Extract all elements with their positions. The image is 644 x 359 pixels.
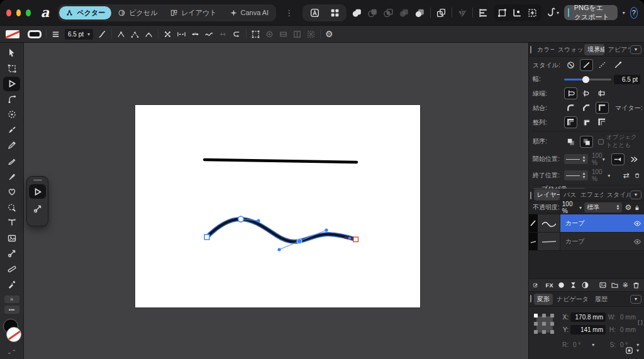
text-tool[interactable] <box>3 216 20 230</box>
join-miter-button[interactable] <box>596 102 609 114</box>
point-transform-tool[interactable] <box>3 246 20 261</box>
pen-tool[interactable] <box>3 123 20 138</box>
selection-marquee-tool[interactable] <box>3 108 20 122</box>
zoom-window-button[interactable] <box>26 9 31 16</box>
layer-row-curve-1[interactable]: カーブ <box>529 214 644 233</box>
opacity-value[interactable]: 100 % <box>562 201 577 214</box>
artboard-tool[interactable] <box>3 62 20 76</box>
tab-effects[interactable]: エフェク <box>577 189 603 201</box>
export-png-button[interactable]: PNGをエクスポート <box>564 5 618 20</box>
stroke-width-chevron[interactable]: ▾ <box>87 31 90 37</box>
join-curves-button[interactable] <box>191 30 200 39</box>
stroke-properties-icon[interactable] <box>97 30 107 39</box>
align-outside-button[interactable] <box>596 116 609 128</box>
cap-round-button[interactable] <box>580 87 593 99</box>
handle-point[interactable] <box>325 228 328 231</box>
pattern-layer-icon[interactable]: ※ <box>623 281 628 289</box>
snap-to-grid-icon[interactable] <box>511 6 524 19</box>
tab-swatches[interactable]: スウォッチ <box>555 44 584 55</box>
align-inside-button[interactable] <box>580 116 593 128</box>
power-duplicate-button[interactable] <box>436 6 447 19</box>
fill-color-well[interactable] <box>6 327 21 342</box>
snapping-options-button[interactable]: ▾ <box>547 6 559 19</box>
align-center-button[interactable] <box>564 116 577 128</box>
smooth-node[interactable] <box>238 216 244 222</box>
break-curve-button[interactable] <box>163 30 172 39</box>
stroke-style-solid-button[interactable] <box>580 59 593 71</box>
selected-node[interactable] <box>297 239 302 244</box>
transform-mode-button[interactable] <box>251 30 260 39</box>
help-button[interactable]: ? <box>630 7 638 19</box>
panel-chevron-button[interactable]: ▼ <box>630 191 641 199</box>
end-marker-select[interactable]: ▲▼ <box>564 170 588 180</box>
artboard[interactable] <box>135 105 420 307</box>
alignment-button[interactable] <box>478 6 489 19</box>
tab-stroke[interactable]: 境界線 <box>584 44 604 55</box>
handle-point[interactable] <box>348 237 352 240</box>
smooth-node-button[interactable] <box>144 30 153 39</box>
handle-point[interactable] <box>277 248 280 251</box>
cap-butt-button[interactable] <box>564 87 577 99</box>
swap-markers-icon[interactable]: ⇄ <box>621 171 631 180</box>
flyout-node-tool[interactable] <box>29 184 46 199</box>
transform-mode-selector[interactable]: ▾ <box>625 346 639 355</box>
force-pixel-alignment-icon[interactable] <box>526 6 539 19</box>
edit-detached-icon[interactable] <box>533 281 538 289</box>
join-bevel-button[interactable] <box>580 102 593 114</box>
marker-chevron-button[interactable] <box>627 153 640 165</box>
shape-tool-heart[interactable] <box>3 185 20 199</box>
persona-tab-canva-ai[interactable]: Canva AI <box>223 7 275 19</box>
mask-layer-icon[interactable] <box>557 281 565 289</box>
adjustment-layer-icon[interactable] <box>581 281 589 289</box>
tab-history[interactable]: 履歴 <box>592 294 611 305</box>
cap-square-button[interactable] <box>596 87 609 99</box>
smooth-curve-button[interactable] <box>204 30 214 39</box>
color-picker-tool[interactable] <box>3 277 20 292</box>
marker-arrow-button[interactable] <box>611 153 625 165</box>
flyout-point-transform-tool[interactable] <box>29 201 46 216</box>
swap-colors-icon[interactable]: ⌄⌃ <box>7 349 16 355</box>
link-dimensions-icon[interactable] <box>637 316 643 329</box>
layer-thumbnail[interactable] <box>538 233 560 250</box>
stroke-width-value-field[interactable]: 6.5 pt <box>614 75 640 84</box>
reverse-direction-button[interactable] <box>232 30 242 39</box>
anchor-point-selector[interactable] <box>534 314 555 335</box>
order-behind-button[interactable] <box>564 136 577 148</box>
flood-select-tool[interactable] <box>3 200 20 214</box>
settings-gear-icon[interactable]: ⚙ <box>325 29 333 39</box>
smart-node-button[interactable] <box>130 30 140 39</box>
flyout-grip[interactable] <box>33 179 42 181</box>
layer-name[interactable]: カーブ <box>565 237 584 246</box>
x-input[interactable]: 170.8 mm <box>570 312 606 322</box>
handle-point[interactable] <box>257 219 260 222</box>
tab-navigator[interactable]: ナビゲータ <box>553 294 591 305</box>
close-window-button[interactable] <box>6 9 11 16</box>
y-input[interactable]: 141 mm <box>570 325 606 334</box>
more-tools-button[interactable]: ••• <box>4 306 19 314</box>
tab-transform[interactable]: 変形 <box>534 294 553 305</box>
language-mode-icon[interactable] <box>308 6 321 19</box>
move-tool[interactable] <box>3 46 20 60</box>
canvas-pasteboard[interactable] <box>24 43 528 359</box>
export-options-chevron[interactable]: ▾ <box>623 10 625 16</box>
rasterize-icon[interactable] <box>599 281 607 289</box>
boolean-combine-button[interactable] <box>414 6 425 19</box>
snap-to-object-icon[interactable] <box>496 6 509 19</box>
group-layers-icon[interactable] <box>611 281 619 289</box>
tab-color[interactable]: カラー <box>534 44 554 55</box>
straight-line-curve[interactable] <box>204 160 357 162</box>
persona-tab-vector[interactable]: ベクター <box>59 6 111 19</box>
place-image-tool[interactable] <box>3 231 20 245</box>
layer-settings-gear-icon[interactable]: ⚙ <box>625 203 631 212</box>
layers-empty-area[interactable] <box>529 251 644 279</box>
tab-appearance[interactable]: アピアラ <box>605 44 630 55</box>
layer-row-curve-2[interactable]: カーブ <box>529 233 644 251</box>
start-marker-select[interactable]: ▲▼ <box>564 154 588 164</box>
layer-visibility-eye-icon[interactable] <box>630 233 644 250</box>
delete-markers-icon[interactable] <box>634 171 640 180</box>
fill-color-swatch[interactable] <box>6 30 19 38</box>
layer-visibility-eye-icon[interactable] <box>630 214 644 232</box>
pencil-tool[interactable] <box>3 138 20 153</box>
layer-name[interactable]: カーブ <box>565 219 584 228</box>
crop-mask-icon[interactable] <box>569 281 577 289</box>
